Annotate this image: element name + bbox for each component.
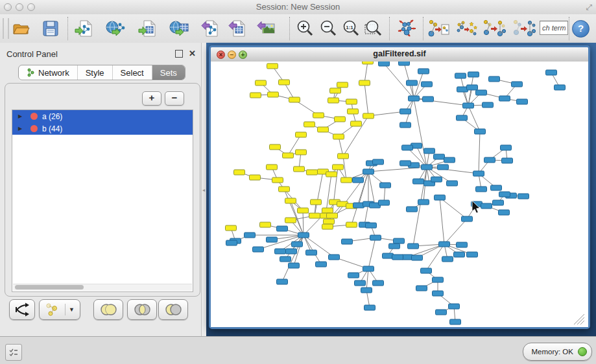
import-table-from-file-button[interactable] xyxy=(136,17,160,40)
zoom-fit-selected-button[interactable] xyxy=(362,17,385,40)
graph-node[interactable] xyxy=(309,213,320,218)
graph-node[interactable] xyxy=(499,96,510,101)
graph-node[interactable] xyxy=(438,165,449,170)
graph-node[interactable] xyxy=(380,183,391,188)
graph-node[interactable] xyxy=(373,280,384,286)
graph-node[interactable] xyxy=(363,113,374,119)
graph-node[interactable] xyxy=(364,305,375,310)
graph-node[interactable] xyxy=(468,72,479,77)
graph-node[interactable] xyxy=(285,218,296,223)
close-panel-icon[interactable]: ✕ xyxy=(189,49,196,58)
hide-selected-button[interactable] xyxy=(483,17,506,40)
graph-node[interactable] xyxy=(423,97,434,102)
graph-node[interactable] xyxy=(518,194,529,199)
float-panel-icon[interactable] xyxy=(175,50,183,58)
graph-node[interactable] xyxy=(433,277,444,282)
import-table-from-url-button[interactable] xyxy=(167,17,191,40)
graph-node[interactable] xyxy=(517,99,528,104)
export-network-button[interactable] xyxy=(198,17,222,40)
graph-node[interactable] xyxy=(280,256,291,262)
search-input[interactable] xyxy=(540,21,568,35)
network-canvas[interactable] xyxy=(211,62,588,327)
graph-node[interactable] xyxy=(250,175,261,180)
graph-node[interactable] xyxy=(298,233,309,238)
graph-node[interactable] xyxy=(370,235,381,240)
graph-node[interactable] xyxy=(346,99,357,104)
import-network-from-url-button[interactable] xyxy=(104,17,127,40)
venn-union-button[interactable] xyxy=(93,299,123,320)
graph-node[interactable] xyxy=(408,244,419,249)
help-button[interactable]: ? xyxy=(572,20,590,38)
graph-node[interactable] xyxy=(493,200,504,205)
graph-node[interactable] xyxy=(337,82,348,87)
graph-node[interactable] xyxy=(475,129,486,134)
open-file-button[interactable] xyxy=(9,17,32,40)
graph-node[interactable] xyxy=(361,288,372,293)
graph-node[interactable] xyxy=(335,117,346,122)
graph-node[interactable] xyxy=(457,115,468,120)
show-all-button[interactable] xyxy=(512,17,536,40)
graph-node[interactable] xyxy=(304,122,315,127)
graph-node[interactable] xyxy=(333,165,344,170)
graph-node[interactable] xyxy=(226,240,237,245)
expander-icon[interactable]: ▶ xyxy=(18,113,24,119)
network-frame[interactable]: × − + galFiltered.sif xyxy=(209,45,590,329)
graph-node[interactable] xyxy=(436,310,447,315)
graph-node[interactable] xyxy=(256,80,267,85)
graph-node[interactable] xyxy=(431,177,442,182)
graph-node[interactable] xyxy=(454,252,465,257)
graph-node[interactable] xyxy=(289,97,300,102)
graph-node[interactable] xyxy=(338,154,349,159)
toolbar-grip[interactable] xyxy=(3,18,9,39)
graph-node[interactable] xyxy=(289,263,300,268)
add-set-button[interactable]: + xyxy=(142,91,161,106)
graph-node[interactable] xyxy=(389,244,400,249)
graph-node[interactable] xyxy=(270,144,281,150)
export-image-button[interactable] xyxy=(254,17,278,40)
save-session-button[interactable] xyxy=(39,17,62,40)
graph-node[interactable] xyxy=(253,247,264,252)
zoom-actual-size-button[interactable]: 1:1 xyxy=(339,17,363,40)
expand-icon[interactable]: ⤢ xyxy=(586,3,592,12)
clone-network-button[interactable] xyxy=(455,17,479,40)
tab-style[interactable]: Style xyxy=(77,65,112,80)
graph-node[interactable] xyxy=(439,242,450,247)
graph-node[interactable] xyxy=(275,249,286,254)
graph-node[interactable] xyxy=(392,255,403,260)
split-sets-button[interactable] xyxy=(9,299,35,320)
graph-node[interactable] xyxy=(296,132,307,137)
set-row[interactable]: ▶a (26) xyxy=(12,110,193,122)
import-network-from-file-button[interactable] xyxy=(73,17,96,40)
graph-node[interactable] xyxy=(333,134,344,139)
graph-node[interactable] xyxy=(489,76,500,82)
export-table-button[interactable] xyxy=(226,17,249,40)
graph-node[interactable] xyxy=(322,224,333,229)
graph-node[interactable] xyxy=(484,157,495,163)
network-frame-titlebar[interactable]: × − + galFiltered.sif xyxy=(211,47,588,62)
graph-node[interactable] xyxy=(279,187,290,192)
graph-node[interactable] xyxy=(277,226,288,231)
graph-node[interactable] xyxy=(400,109,411,114)
graph-node[interactable] xyxy=(279,80,290,85)
graph-node[interactable] xyxy=(306,250,317,255)
tab-select[interactable]: Select xyxy=(112,65,152,80)
graph-node[interactable] xyxy=(546,70,557,75)
scrollbar-thumb[interactable] xyxy=(15,285,84,290)
graph-node[interactable] xyxy=(394,238,405,244)
graph-node[interactable] xyxy=(283,153,294,158)
graph-node[interactable] xyxy=(409,96,420,101)
graph-node[interactable] xyxy=(499,210,510,215)
graph-node[interactable] xyxy=(363,62,374,64)
graph-node[interactable] xyxy=(226,225,237,231)
graph-node[interactable] xyxy=(244,233,256,238)
graph-node[interactable] xyxy=(400,161,411,166)
tab-network[interactable]: Network xyxy=(19,65,77,80)
graph-node[interactable] xyxy=(272,177,283,183)
graph-node[interactable] xyxy=(268,92,279,97)
graph-node[interactable] xyxy=(462,216,473,222)
graph-node[interactable] xyxy=(341,177,352,183)
graph-node[interactable] xyxy=(298,208,309,213)
graph-node[interactable] xyxy=(416,286,427,291)
venn-intersection-button[interactable] xyxy=(127,299,157,320)
graph-node[interactable] xyxy=(313,113,324,118)
